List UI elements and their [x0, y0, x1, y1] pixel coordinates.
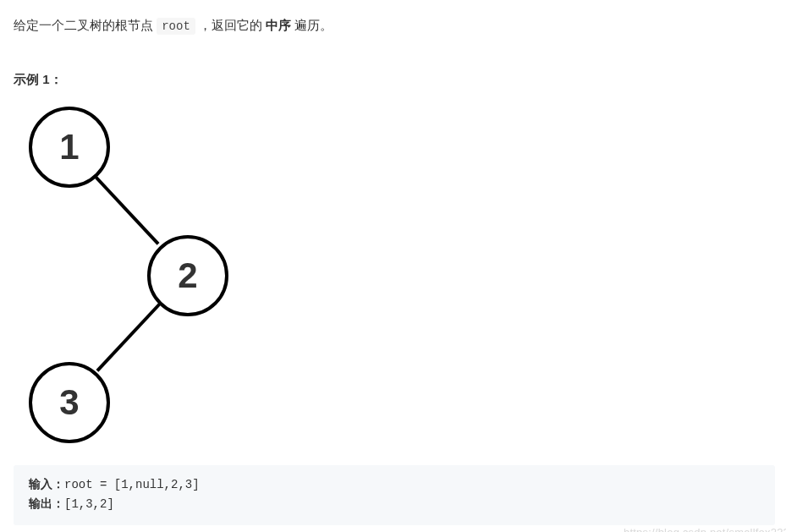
input-label: 输入： — [29, 478, 64, 491]
example-io-block: 输入：root = [1,null,2,3] 输出：[1,3,2] — [14, 465, 775, 526]
node-2: 2 — [147, 235, 228, 316]
node-1-label: 1 — [59, 127, 79, 167]
node-1: 1 — [29, 107, 110, 188]
example-title: 示例 1： — [14, 72, 786, 88]
desc-part3: 遍历。 — [294, 18, 333, 32]
output-row: 输出：[1,3,2] — [29, 495, 760, 515]
desc-part2: ，返回它的 — [199, 18, 266, 32]
desc-code-root: root — [157, 18, 195, 35]
desc-part1: 给定一个二叉树的根节点 — [14, 18, 157, 32]
output-label: 输出： — [29, 497, 64, 511]
input-value: root = [1,null,2,3] — [64, 478, 200, 491]
watermark: https://blog.csdn.net/smallfox233 — [624, 526, 786, 532]
desc-bold: 中序 — [266, 18, 291, 32]
node-2-label: 2 — [178, 255, 197, 296]
edge-1-2 — [94, 174, 160, 244]
output-value: [1,3,2] — [64, 497, 114, 511]
node-3-label: 3 — [59, 382, 79, 423]
input-row: 输入：root = [1,null,2,3] — [29, 475, 760, 496]
node-3: 3 — [29, 362, 110, 443]
edge-2-3 — [96, 301, 162, 371]
problem-description: 给定一个二叉树的根节点 root ，返回它的 中序 遍历。 — [14, 14, 786, 38]
tree-diagram: 1 2 3 — [14, 107, 250, 453]
